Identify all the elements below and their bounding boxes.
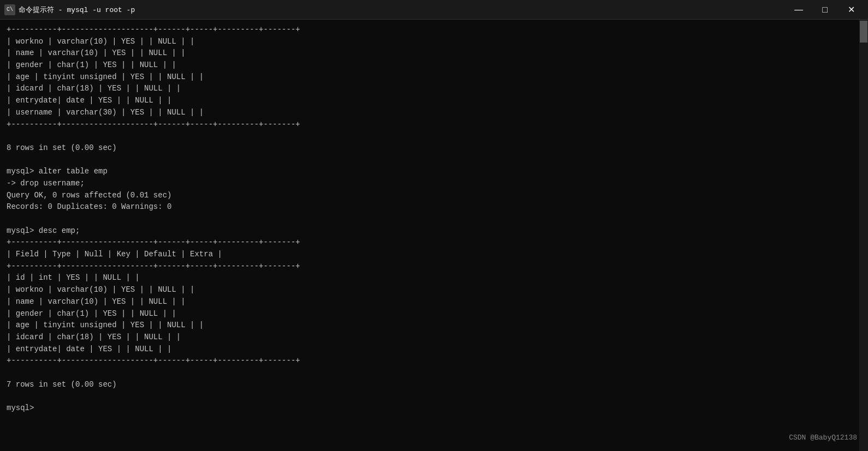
table2-row-name: | name | varchar(10) | YES | | NULL | | — [7, 296, 861, 308]
blank-line-5 — [7, 390, 861, 402]
title-bar-title: 命令提示符 - mysql -u root -p — [19, 5, 135, 15]
rows-in-set-2: 7 rows in set (0.00 sec) — [7, 379, 861, 391]
table1-row-idcard: | idcard | char(18) | YES | | NULL | | — [7, 83, 861, 95]
table1-row-workno: | workno | varchar(10) | YES | | NULL | … — [7, 36, 861, 48]
table2-row-workno: | workno | varchar(10) | YES | | NULL | … — [7, 284, 861, 296]
records-1: Records: 0 Duplicates: 0 Warnings: 0 — [7, 201, 861, 213]
table2-row-id: | id | int | YES | | NULL | | — [7, 272, 861, 284]
title-bar: C\ 命令提示符 - mysql -u root -p — □ ✕ — [0, 0, 868, 20]
cmd2-line: mysql> desc emp; — [7, 225, 861, 237]
blank-line-2 — [7, 154, 861, 166]
minimize-button[interactable]: — — [786, 2, 811, 17]
table1-row-name: | name | varchar(10) | YES | | NULL | | — [7, 47, 861, 59]
blank-line-3 — [7, 213, 861, 225]
table2-row-idcard: | idcard | char(18) | YES | | NULL | | — [7, 332, 861, 344]
table1-row-age: | age | tinyint unsigned | YES | | NULL … — [7, 71, 861, 83]
table1-row-entrydate: | entrydate| date | YES | | NULL | | — [7, 95, 861, 107]
table2-row-entrydate: | entrydate| date | YES | | NULL | | — [7, 344, 861, 356]
table1-row-username: | username | varchar(30) | YES | | NULL … — [7, 107, 861, 119]
table1-row-gender: | gender | char(1) | YES | | NULL | | — [7, 59, 861, 71]
terminal: +----------+--------------------+------+… — [0, 20, 868, 451]
table2-header-sep: +----------+--------------------+------+… — [7, 261, 861, 273]
final-prompt: mysql> — [7, 402, 861, 414]
table2-row-age: | age | tinyint unsigned | YES | | NULL … — [7, 320, 861, 332]
cmd1-line1: mysql> alter table emp — [7, 166, 861, 178]
watermark: CSDN @BabyQ12138 — [789, 432, 857, 443]
rows-in-set-1: 8 rows in set (0.00 sec) — [7, 142, 861, 154]
maximize-button[interactable]: □ — [812, 2, 837, 17]
table1-bottom-separator: +----------+--------------------+------+… — [7, 119, 861, 131]
close-button[interactable]: ✕ — [839, 2, 864, 17]
scrollbar[interactable] — [859, 20, 868, 451]
table2-bottom-separator: +----------+--------------------+------+… — [7, 355, 861, 367]
table2-header: | Field | Type | Null | Key | Default | … — [7, 249, 861, 261]
cmd1-line2: -> drop username; — [7, 178, 861, 190]
table2-top-separator: +----------+--------------------+------+… — [7, 237, 861, 249]
table2-row-gender: | gender | char(1) | YES | | NULL | | — [7, 308, 861, 320]
blank-line-1 — [7, 130, 861, 142]
scrollbar-thumb[interactable] — [860, 21, 867, 43]
blank-line-4 — [7, 367, 861, 379]
query-ok-1: Query OK, 0 rows affected (0.01 sec) — [7, 190, 861, 202]
table1-top-separator: +----------+--------------------+------+… — [7, 24, 861, 36]
title-bar-icon: C\ — [4, 4, 15, 15]
